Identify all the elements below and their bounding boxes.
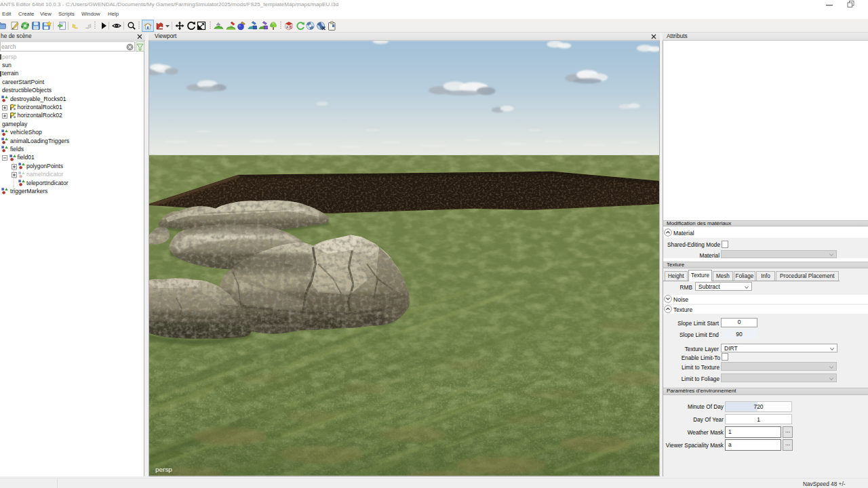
svg-text:persp: persp — [155, 466, 172, 473]
svg-text:A: A — [286, 26, 288, 29]
svg-text:B: B — [290, 26, 292, 29]
